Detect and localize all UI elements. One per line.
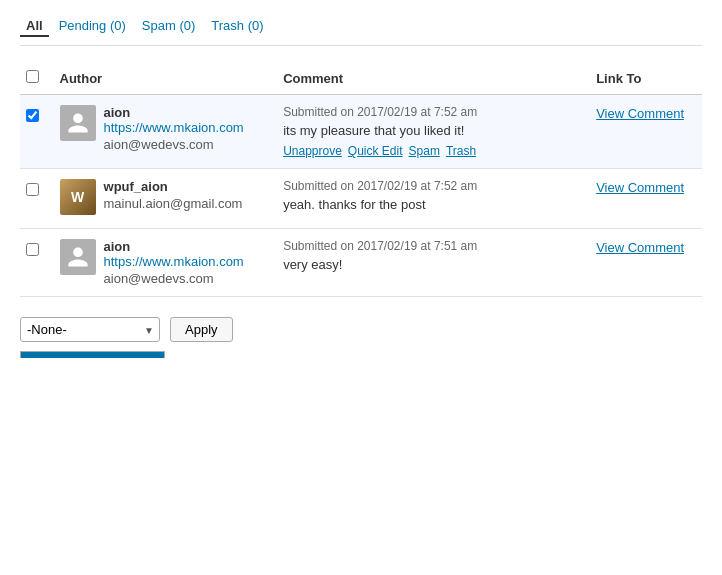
col-header-author: Author [54,62,278,95]
bulk-action-area: -None- Mark Pending Mark Spam Mark Trash… [20,317,702,342]
link-cell-1: View Comment [590,95,702,169]
comment-meta-1: Submitted on 2017/02/19 at 7:52 am [283,105,584,119]
comment-text-2: yeah. thanks for the post [283,197,584,212]
select-all-checkbox[interactable] [26,70,39,83]
table-row: aion https://www.mkaion.com aion@wedevs.… [20,229,702,297]
author-email-3: aion@wedevs.com [104,271,244,286]
author-url-3[interactable]: https://www.mkaion.com [104,254,244,269]
comment-meta-2: Submitted on 2017/02/19 at 7:52 am [283,179,584,193]
comment-text-3: very easy! [283,257,584,272]
col-header-link: Link To [590,62,702,95]
tab-spam[interactable]: Spam (0) [136,16,201,37]
bulk-select-wrapper: -None- Mark Pending Mark Spam Mark Trash… [20,317,160,342]
tab-pending[interactable]: Pending (0) [53,16,132,37]
col-header-comment: Comment [277,62,590,95]
table-row: aion https://www.mkaion.com aion@wedevs.… [20,95,702,169]
author-email-1: aion@wedevs.com [104,137,244,152]
bulk-action-select[interactable]: -None- Mark Pending Mark Spam Mark Trash [20,317,160,342]
avatar-2: W [60,179,96,215]
comment-meta-3: Submitted on 2017/02/19 at 7:51 am [283,239,584,253]
view-comment-link-3[interactable]: View Comment [596,239,684,257]
author-info-1: aion https://www.mkaion.com aion@wedevs.… [104,105,244,152]
comment-cell-2: Submitted on 2017/02/19 at 7:52 am yeah.… [277,169,590,229]
tab-trash[interactable]: Trash (0) [205,16,269,37]
author-cell-3: aion https://www.mkaion.com aion@wedevs.… [54,229,278,297]
action-quickedit-1[interactable]: Quick Edit [348,144,403,158]
comment-cell-3: Submitted on 2017/02/19 at 7:51 am very … [277,229,590,297]
filter-tabs: All Pending (0) Spam (0) Trash (0) [20,16,702,46]
author-name-3: aion [104,239,244,254]
comment-text-1: its my pleasure that you liked it! [283,123,584,138]
avatar-3 [60,239,96,275]
row-check-cell [20,229,54,297]
view-comment-link-1[interactable]: View Comment [596,105,684,123]
col-header-check [20,62,54,95]
table-row: W wpuf_aion mainul.aion@gmail.com Submit… [20,169,702,229]
view-comment-link-2[interactable]: View Comment [596,179,684,197]
row-checkbox-3[interactable] [26,243,39,256]
author-email-2: mainul.aion@gmail.com [104,196,243,211]
author-info-2: wpuf_aion mainul.aion@gmail.com [104,179,243,211]
row-checkbox-2[interactable] [26,183,39,196]
tab-all[interactable]: All [20,16,49,37]
apply-button[interactable]: Apply [170,317,233,342]
action-unapprove-1[interactable]: Unapprove [283,144,342,158]
dropdown-item-none[interactable]: -None- [21,352,164,358]
author-name-1: aion [104,105,244,120]
comment-actions-1: Unapprove Quick Edit Spam Trash [283,144,584,158]
comment-cell-1: Submitted on 2017/02/19 at 7:52 am its m… [277,95,590,169]
author-url-1[interactable]: https://www.mkaion.com [104,120,244,135]
row-check-cell [20,95,54,169]
author-cell-1: aion https://www.mkaion.com aion@wedevs.… [54,95,278,169]
comments-table: Author Comment Link To aion https://www.… [20,62,702,297]
author-cell-2: W wpuf_aion mainul.aion@gmail.com [54,169,278,229]
bulk-dropdown-menu: -None- • Mark Pending Mark Spam Mark Tra… [20,351,165,358]
row-checkbox-1[interactable] [26,109,39,122]
action-trash-1[interactable]: Trash [446,144,476,158]
author-name-2: wpuf_aion [104,179,243,194]
author-info-3: aion https://www.mkaion.com aion@wedevs.… [104,239,244,286]
row-check-cell [20,169,54,229]
action-spam-1[interactable]: Spam [409,144,440,158]
link-cell-2: View Comment [590,169,702,229]
link-cell-3: View Comment [590,229,702,297]
avatar-1 [60,105,96,141]
dropdown-none-label: -None- [29,357,69,358]
